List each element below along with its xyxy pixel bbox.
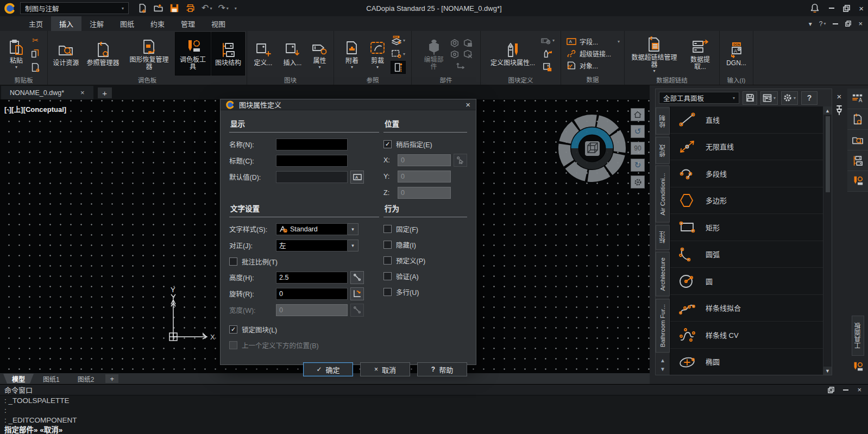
frames-button[interactable] [391, 61, 405, 73]
fixed-checkbox[interactable] [383, 225, 392, 233]
component-axis-icon[interactable] [456, 61, 467, 69]
restore-button[interactable] [843, 5, 850, 12]
rotation-input[interactable]: 0 [276, 288, 348, 300]
block-structure-launcher-button[interactable] [847, 150, 868, 171]
view-settings-button[interactable] [631, 175, 645, 188]
datalink-manager-button[interactable]: 数据超链结管理器 ▾ [627, 33, 682, 75]
tool-item-polygon[interactable]: 多边形 [670, 187, 823, 215]
home-view-button[interactable] [631, 108, 645, 121]
doc-close-button[interactable]: × [858, 20, 863, 27]
tool-item-line[interactable]: 直线 [670, 106, 823, 134]
design-resources-button[interactable]: 设计资源 [50, 33, 81, 75]
pick-height-button[interactable] [350, 271, 364, 284]
tab-manage[interactable]: 管理 [173, 16, 203, 31]
tool-item-circle[interactable]: 圆 [670, 268, 823, 295]
tab-insert[interactable]: 插入 [51, 16, 81, 31]
tool-list-scrollbar[interactable]: ▲ ▼ [823, 106, 832, 375]
cancel-button[interactable]: × 取消 [360, 362, 410, 376]
insert-field-button[interactable]: A_ [350, 171, 364, 184]
notification-bell-icon[interactable] [809, 3, 820, 14]
cmd-minimize-button[interactable] [843, 389, 848, 391]
validate-checkbox[interactable] [383, 272, 392, 280]
print-button[interactable] [185, 3, 196, 13]
attribute-schedule-button[interactable] [540, 61, 555, 73]
insert-block-button[interactable]: 插入... [279, 33, 306, 75]
hidden-checkbox-row[interactable]: 隐藏(I) [383, 238, 467, 251]
attributes-button[interactable]: 属性 ▾ [308, 33, 331, 75]
workspace-dropdown[interactable]: 制图与注解 ▾ [20, 2, 129, 14]
palette-close-button[interactable]: × [837, 92, 842, 100]
block-structure-button[interactable]: 图块结构 [212, 33, 244, 75]
tool-palettes-launcher-button[interactable]: A [847, 89, 868, 109]
dgn-import-button[interactable]: DGNA DGN... [723, 33, 750, 75]
chevron-down-icon[interactable]: ▾ [348, 223, 358, 235]
rotate-angle-button[interactable]: 90 [631, 142, 645, 155]
multiline-checkbox[interactable] [383, 288, 392, 296]
scroll-down-icon[interactable]: ▼ [660, 366, 665, 372]
predefined-checkbox[interactable] [383, 256, 392, 265]
sheet-tab-1[interactable]: 图纸1 [34, 374, 68, 383]
palette-tab-architecture[interactable]: Architecture [656, 252, 670, 297]
lock-block-checkbox-row[interactable]: ✓ 锁定图块(L) [229, 323, 467, 336]
doc-restore-button[interactable] [845, 21, 851, 27]
name-input[interactable] [276, 139, 348, 150]
object-link-button[interactable]: 对象... [567, 61, 622, 70]
palette-tab-air-conditioning[interactable]: Air Conditioni... [656, 166, 670, 223]
component-delete-icon[interactable] [463, 50, 473, 59]
pdf-layers-button[interactable]: PDF ▾ [391, 34, 405, 46]
field-button[interactable]: A 字段... ▾ [567, 37, 622, 46]
tab-constraints[interactable]: 约束 [142, 16, 173, 31]
component-inner-box-icon[interactable] [450, 50, 460, 59]
scrollbar-thumb[interactable] [826, 116, 830, 192]
justify-dropdown[interactable]: 左 ▾ [276, 240, 358, 251]
component-hexbox-icon[interactable] [450, 39, 460, 47]
redo-button[interactable]: ↷ ▾ [218, 4, 228, 12]
palette-tools-button[interactable]: 调色板工具 [175, 33, 210, 75]
tab-view[interactable]: 视图 [203, 16, 234, 31]
ok-button[interactable]: ✓ 确定 [303, 362, 353, 376]
define-block-button[interactable]: 定义... [249, 33, 277, 75]
palette-tools-launcher-button[interactable] [847, 171, 868, 192]
command-prompt[interactable]: 指定部件» «取消» [4, 425, 864, 434]
cut-button[interactable]: ✂ [29, 34, 42, 46]
caption-input[interactable] [276, 155, 348, 167]
tool-item-spline-fit[interactable]: 样条线拟合 [670, 295, 823, 322]
pin-icon[interactable] [835, 105, 843, 115]
palette-tab-modify[interactable]: 修改 [656, 137, 670, 164]
copy-with-base-point-button[interactable] [29, 61, 42, 73]
add-sheet-button[interactable]: + [105, 374, 118, 383]
cmd-close-button[interactable]: × [857, 386, 861, 393]
save-button[interactable] [169, 3, 179, 13]
predefined-checkbox-row[interactable]: 预定义(P) [383, 254, 467, 267]
reference-manager-launcher-button[interactable] [847, 109, 868, 130]
dialog-title-bar[interactable]: 图块属性定义 × [221, 99, 476, 110]
palette-help-button[interactable]: ? [801, 91, 817, 105]
chevron-down-icon[interactable]: ▾ [348, 240, 358, 251]
tab-home[interactable]: 主页 [21, 16, 51, 31]
close-button[interactable]: × [859, 4, 864, 12]
sheet-tab-model[interactable]: 模型 [3, 374, 34, 383]
minimize-button[interactable] [829, 8, 834, 9]
palette-tools-bottom-button[interactable] [847, 359, 868, 375]
attach-button[interactable]: 附着 ▾ [340, 33, 364, 75]
drawing-recovery-button[interactable]: 图形恢复管理器 [124, 33, 174, 75]
annotative-checkbox-row[interactable]: 批注比例(T) [229, 255, 379, 268]
annotative-checkbox[interactable] [229, 257, 237, 266]
palette-tab-draw[interactable]: 绘制 [656, 108, 670, 135]
undo-button[interactable]: ↶ ▾ [202, 4, 212, 12]
rotate-cw-button[interactable]: ↻ [631, 159, 645, 172]
palette-filter-dropdown[interactable]: 全部工具面板 ▾ [659, 92, 739, 104]
lock-block-checkbox[interactable]: ✓ [229, 325, 237, 334]
tool-panel-collapsed-tab[interactable]: 工具面板 [852, 316, 864, 356]
palette-view-button[interactable]: ▾ [760, 91, 778, 105]
document-tab-close-icon[interactable]: × [80, 89, 85, 96]
tool-item-infinite-line[interactable]: 无限直线 [670, 134, 823, 161]
help-button[interactable]: ? ▾ [819, 20, 826, 28]
sync-attributes-button[interactable] [540, 48, 555, 60]
viewport-controls-label[interactable]: [-][上][Conceptual] [4, 104, 66, 114]
tool-item-polyline[interactable]: 多段线 [670, 160, 823, 187]
palette-save-button[interactable] [743, 91, 757, 105]
clip-frame-button[interactable]: ▾ [391, 48, 405, 60]
reference-manager-button[interactable]: 参照管理器 [83, 33, 122, 75]
component-clock-box-icon[interactable] [463, 39, 473, 47]
